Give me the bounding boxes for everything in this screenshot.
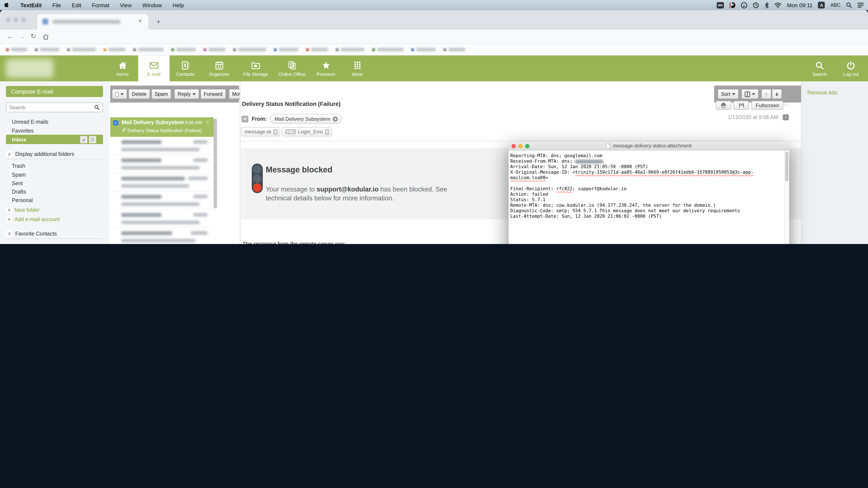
forward-button[interactable]: Forward: [200, 89, 226, 99]
collapse-folders-icon[interactable]: [6, 151, 13, 157]
nav-item-file-storage[interactable]: File Storage: [237, 56, 274, 82]
menu-item-edit[interactable]: Edit: [72, 2, 82, 8]
sidebar-search-input[interactable]: Search: [6, 102, 103, 112]
nav-item-home[interactable]: Home: [107, 56, 138, 82]
attachment-chip-eml[interactable]: EML Login_Error_Aft... ✕: [282, 127, 332, 136]
reload-button[interactable]: ↻: [31, 33, 36, 40]
info-icon[interactable]: i: [783, 115, 789, 120]
forward-button[interactable]: →: [19, 33, 25, 40]
wd-icon[interactable]: WD: [717, 2, 724, 8]
fullscreen-button[interactable]: Fullscreen: [751, 101, 783, 110]
window-zoom-button[interactable]: [525, 144, 529, 148]
bookmark-item-redacted[interactable]: [336, 48, 365, 51]
inbox-refresh-icon[interactable]: [89, 136, 96, 143]
print-button[interactable]: [716, 101, 731, 110]
sidebar-display-folders[interactable]: Display additional folders: [15, 151, 74, 157]
apple-logo-icon[interactable]: [4, 2, 10, 8]
collapse-header-icon[interactable]: [242, 116, 248, 123]
new-folder-link[interactable]: New folder: [14, 207, 40, 213]
bookmark-item-redacted[interactable]: [35, 48, 59, 51]
bookmark-item-redacted[interactable]: [204, 48, 225, 51]
menu-clock[interactable]: Mon 09:11: [787, 2, 813, 8]
keyboard-layout-label[interactable]: ABC: [831, 3, 840, 8]
list-scrollbar-thumb[interactable]: [214, 119, 217, 208]
delete-button[interactable]: Delete: [128, 89, 150, 99]
nav-item-online-office[interactable]: Online Office: [274, 56, 310, 82]
bookmark-item-redacted[interactable]: [233, 48, 266, 51]
bookmark-item-redacted[interactable]: [103, 48, 125, 51]
bookmark-item-redacted[interactable]: [306, 48, 328, 51]
bookmark-item-redacted[interactable]: [6, 48, 27, 51]
email-list-item-redacted[interactable]: [110, 192, 214, 210]
bookmark-item-redacted[interactable]: [411, 48, 436, 51]
spam-button[interactable]: Spam: [151, 89, 171, 99]
select-all-checkbox[interactable]: [115, 92, 119, 96]
add-contact-icon[interactable]: [333, 116, 338, 122]
bluetooth-icon[interactable]: [765, 2, 769, 8]
sidebar-folder-sent[interactable]: Sent: [12, 181, 23, 186]
inbox-settings-wrench-icon[interactable]: [80, 136, 87, 143]
from-chip[interactable]: Mail Delivery Subsystem: [270, 114, 342, 124]
window-minimize-button[interactable]: [518, 144, 523, 148]
nav-item-organizer[interactable]: 13Organizer: [201, 56, 237, 82]
menu-item-textedit[interactable]: TextEdit: [20, 2, 42, 8]
browser-tab[interactable]: ✕: [37, 14, 148, 30]
email-list-item-redacted[interactable]: [110, 228, 214, 244]
remove-ads-link[interactable]: Remove Ads: [807, 90, 837, 96]
bookmark-item-redacted[interactable]: [171, 48, 196, 51]
bookmark-item-redacted[interactable]: [133, 48, 164, 51]
textedit-titlebar[interactable]: message-delivery-status-attachment: [508, 141, 789, 151]
sidebar-folder-trash[interactable]: Trash: [12, 163, 25, 169]
tab-close-icon[interactable]: ✕: [138, 18, 142, 24]
window-zoom-button[interactable]: [21, 18, 26, 22]
sidebar-item-inbox[interactable]: Inbox: [6, 135, 103, 144]
bookmark-item-redacted[interactable]: [372, 48, 403, 51]
nav-item-more[interactable]: More: [342, 56, 373, 82]
email-list-item-redacted[interactable]: [110, 210, 214, 228]
menu-item-help[interactable]: Help: [173, 2, 184, 8]
attachment-chip[interactable]: message-deliver... ✕: [241, 127, 280, 136]
sidebar-item-favorites[interactable]: Favorites: [12, 128, 34, 134]
textedit-scrollbar-thumb[interactable]: [785, 152, 788, 181]
bookmark-item-redacted[interactable]: [443, 48, 465, 51]
compose-email-button[interactable]: Compose E-mail: [6, 86, 103, 97]
menu-item-file[interactable]: File: [52, 2, 61, 8]
email-list-item-selected[interactable]: ✓ Mail Delivery Subsystem 9:06 AM ☆ Deli…: [110, 117, 214, 137]
nav-item-email[interactable]: E-mail: [138, 56, 169, 82]
bookmark-item-redacted[interactable]: [67, 48, 96, 51]
back-button[interactable]: ←: [7, 33, 13, 40]
sidebar-favorite-contacts[interactable]: Favorite Contacts: [15, 231, 57, 237]
nav-item-search[interactable]: Search: [812, 56, 827, 82]
remove-attachment-icon[interactable]: ✕: [325, 129, 329, 134]
window-minimize-button[interactable]: [13, 18, 18, 22]
new-tab-button[interactable]: +: [153, 17, 164, 27]
window-close-button[interactable]: [512, 144, 516, 148]
nav-item-logout[interactable]: Log out: [843, 56, 859, 82]
email-list-item-redacted[interactable]: [110, 155, 214, 173]
avast-icon[interactable]: [730, 2, 735, 8]
sidebar-folder-drafts[interactable]: Drafts: [12, 189, 26, 195]
layout-dropdown[interactable]: [741, 89, 758, 99]
wifi-icon[interactable]: [774, 2, 781, 8]
menu-item-format[interactable]: Format: [92, 2, 109, 8]
select-all-dropdown[interactable]: [112, 89, 127, 99]
webmail-logo-redacted[interactable]: [6, 59, 53, 78]
email-checkbox-checked[interactable]: ✓: [113, 120, 118, 125]
sidebar-item-unread[interactable]: Unread E-mails: [12, 119, 48, 125]
spotlight-search-icon[interactable]: [846, 2, 852, 8]
add-email-account-link[interactable]: Add e-mail account: [14, 217, 60, 222]
time-machine-icon[interactable]: [753, 2, 759, 8]
remove-attachment-icon[interactable]: ✕: [274, 129, 278, 134]
email-star-icon[interactable]: ☆: [205, 119, 210, 125]
save-button[interactable]: [734, 101, 749, 110]
input-source-icon[interactable]: A: [818, 2, 825, 8]
next-email-button[interactable]: [772, 89, 782, 99]
notification-center-icon[interactable]: [858, 3, 864, 8]
reply-dropdown[interactable]: Reply: [174, 89, 199, 99]
home-button[interactable]: [42, 33, 49, 40]
sort-dropdown[interactable]: Sort: [717, 89, 739, 99]
favorite-star-icon[interactable]: ☆: [783, 101, 788, 108]
window-close-button[interactable]: [6, 18, 10, 22]
email-list-item-redacted[interactable]: [110, 173, 214, 192]
sidebar-folder-personal[interactable]: Personal: [12, 197, 33, 203]
